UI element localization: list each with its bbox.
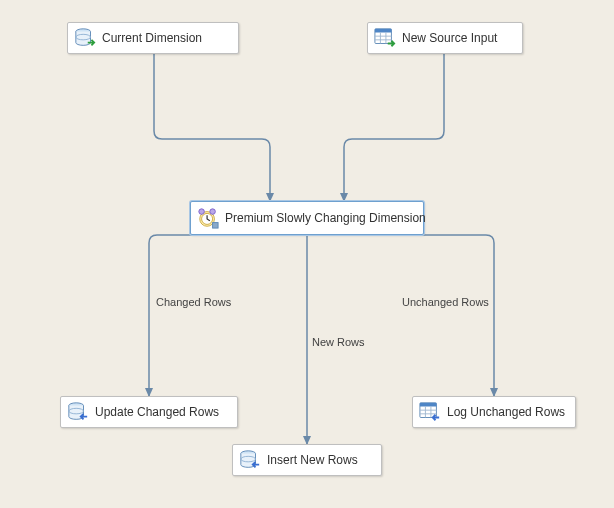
- edge-label-new-rows: New Rows: [312, 336, 365, 348]
- database-icon: [74, 27, 96, 49]
- edge-scd-to-log: [369, 235, 494, 396]
- node-label: Update Changed Rows: [95, 405, 219, 419]
- node-update-changed-rows[interactable]: Update Changed Rows: [60, 396, 238, 428]
- svg-rect-3: [375, 29, 392, 33]
- grid-source-icon: [374, 27, 396, 49]
- flow-canvas[interactable]: { "nodes": { "current_dimension": { "lab…: [0, 0, 614, 508]
- database-insert-icon: [239, 449, 261, 471]
- edge-label-changed-rows: Changed Rows: [156, 296, 231, 308]
- connectors: [0, 0, 614, 508]
- edge-label-unchanged-rows: Unchanged Rows: [402, 296, 489, 308]
- svg-point-11: [210, 209, 216, 215]
- clock-icon: [197, 207, 219, 229]
- edge-newsource-to-scd: [344, 54, 444, 201]
- svg-point-10: [199, 209, 205, 215]
- grid-log-icon: [419, 401, 441, 423]
- node-label: Current Dimension: [102, 31, 202, 45]
- database-update-icon: [67, 401, 89, 423]
- node-new-source-input[interactable]: New Source Input: [367, 22, 523, 54]
- edge-scd-to-update: [149, 235, 245, 396]
- edge-current-to-scd: [154, 54, 270, 201]
- node-insert-new-rows[interactable]: Insert New Rows: [232, 444, 382, 476]
- node-label: New Source Input: [402, 31, 497, 45]
- node-log-unchanged-rows[interactable]: Log Unchanged Rows: [412, 396, 576, 428]
- node-label: Log Unchanged Rows: [447, 405, 565, 419]
- node-label: Premium Slowly Changing Dimension: [225, 211, 426, 225]
- node-label: Insert New Rows: [267, 453, 358, 467]
- node-premium-slowly-changing-dimension[interactable]: Premium Slowly Changing Dimension: [190, 201, 424, 235]
- svg-rect-16: [420, 403, 437, 407]
- node-current-dimension[interactable]: Current Dimension: [67, 22, 239, 54]
- svg-rect-12: [213, 223, 219, 229]
